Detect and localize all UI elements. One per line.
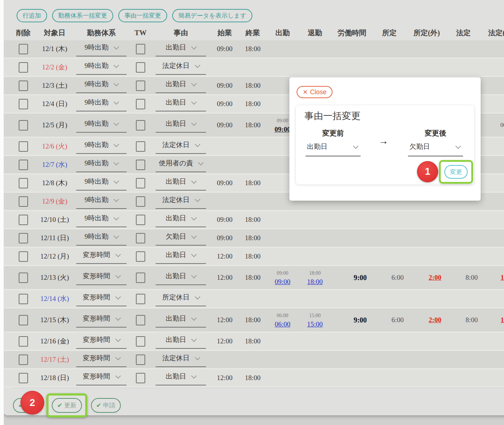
reason-select[interactable]: 法定休日	[156, 194, 206, 209]
reason-select[interactable]: 出勤日	[156, 249, 206, 264]
row-delete-checkbox[interactable]	[19, 294, 28, 304]
add-row-button[interactable]: 行追加	[17, 9, 47, 22]
reason-select[interactable]: 所定休日	[156, 291, 206, 306]
shift-select[interactable]: 9時出勤	[76, 41, 127, 56]
reason-select[interactable]: 出勤日	[156, 312, 206, 328]
reason-select[interactable]: 出勤日	[156, 212, 206, 227]
bulk-reason-change-button[interactable]: 事由一括変更	[118, 9, 167, 22]
clock-in-link[interactable]: 09:00	[275, 278, 290, 286]
tw-checkbox[interactable]	[136, 373, 145, 383]
row-delete-checkbox[interactable]	[19, 215, 28, 225]
row-delete-checkbox[interactable]	[19, 141, 28, 152]
tw-checkbox[interactable]	[136, 141, 145, 152]
row-delete-checkbox[interactable]	[19, 355, 28, 365]
shift-select[interactable]: 9時出勤	[76, 96, 127, 111]
reason-select[interactable]: 出勤日	[156, 370, 206, 385]
row-delete-checkbox[interactable]	[19, 44, 28, 54]
chevron-down-icon	[113, 120, 119, 126]
modal-close-button[interactable]: ✕ Close	[297, 86, 333, 98]
row-delete-checkbox[interactable]	[19, 178, 28, 188]
shift-select[interactable]: 9時出勤	[76, 139, 127, 154]
tw-checkbox[interactable]	[136, 273, 145, 283]
legal-ot-value[interactable]: 1:00	[501, 316, 504, 324]
row-delete-checkbox[interactable]	[19, 81, 28, 91]
row-delete-checkbox[interactable]	[19, 120, 28, 131]
reason-select[interactable]: 出勤日	[156, 270, 206, 285]
legal-ot-value[interactable]: 1:00	[501, 274, 504, 282]
row-delete-checkbox[interactable]	[19, 336, 28, 347]
shift-select[interactable]: 変形時間	[76, 312, 127, 328]
reason-select[interactable]: 出勤日	[156, 41, 206, 56]
before-reason-select[interactable]: 出勤日	[306, 141, 361, 156]
tw-checkbox[interactable]	[136, 160, 145, 170]
reason-select[interactable]: 出勤日	[156, 118, 206, 133]
row-delete-checkbox[interactable]	[19, 273, 28, 283]
tw-checkbox[interactable]	[136, 336, 145, 347]
row-delete-checkbox[interactable]	[19, 251, 28, 262]
row-delete-checkbox[interactable]	[19, 62, 28, 73]
shift-select[interactable]: 9時出勤	[76, 157, 127, 172]
clock-out-link[interactable]: 15:00	[307, 320, 322, 328]
shift-select[interactable]: 変形時間	[76, 370, 127, 385]
after-reason-select[interactable]: 欠勤日	[408, 141, 463, 156]
apply-button[interactable]: ✔ 申請	[91, 398, 121, 413]
tw-checkbox[interactable]	[136, 44, 145, 54]
reason-value: 所定休日	[162, 293, 190, 302]
row-delete-checkbox[interactable]	[19, 373, 28, 383]
tw-checkbox[interactable]	[136, 355, 145, 365]
tw-checkbox[interactable]	[136, 178, 145, 188]
shift-select[interactable]: 9時出勤	[76, 212, 127, 227]
reason-select[interactable]: 使用者の責	[156, 157, 206, 172]
tw-checkbox[interactable]	[136, 196, 145, 207]
tw-checkbox[interactable]	[136, 81, 145, 91]
clock-out-link[interactable]: 18:00	[307, 278, 322, 286]
clock-in-link[interactable]: 06:00	[275, 320, 290, 328]
reason-select[interactable]: 出勤日	[156, 334, 206, 349]
tw-checkbox[interactable]	[136, 215, 145, 225]
tw-checkbox[interactable]	[136, 315, 145, 325]
shift-select[interactable]: 9時出勤	[76, 230, 127, 246]
shift-select[interactable]: 変形時間	[76, 334, 127, 349]
reason-select[interactable]: 出勤日	[156, 175, 206, 191]
row-delete-checkbox[interactable]	[19, 99, 28, 109]
shift-select[interactable]: 9時出勤	[76, 118, 127, 133]
tw-checkbox[interactable]	[136, 251, 145, 262]
column-header-delete: 削除	[4, 28, 35, 38]
shift-select[interactable]: 変形時間	[76, 352, 127, 367]
shift-select[interactable]: 9時出勤	[76, 175, 127, 191]
row-delete-checkbox[interactable]	[19, 196, 28, 207]
update-button[interactable]: ✔ 更新	[52, 398, 82, 413]
scheduled-ot-value[interactable]: 2:00	[429, 274, 441, 282]
clock-out-cell	[297, 369, 330, 387]
shift-select[interactable]: 9時出勤	[76, 78, 127, 93]
row-delete-checkbox[interactable]	[19, 315, 28, 325]
bulk-shift-change-button[interactable]: 勤務体系一括変更	[52, 9, 113, 22]
show-simple-data-button[interactable]: 簡易データを表示します	[172, 9, 252, 22]
tw-checkbox[interactable]	[136, 233, 145, 243]
scheduled-ot-value[interactable]: 2:00	[429, 316, 441, 324]
reason-select[interactable]: 法定休日	[156, 60, 206, 75]
tw-checkbox[interactable]	[136, 120, 145, 131]
shift-select[interactable]: 9時出勤	[76, 194, 127, 209]
table-row: 12/1 (木) 9時出勤 出勤日 09:00 18:00	[4, 40, 504, 59]
reason-select[interactable]: 出勤日	[156, 78, 206, 93]
change-button[interactable]: 変更	[444, 165, 468, 179]
reason-select[interactable]: 法定休日	[156, 139, 206, 154]
shift-select[interactable]: 9時出勤	[76, 60, 127, 75]
row-date: 12/18 (日)	[40, 373, 69, 383]
tw-checkbox[interactable]	[136, 62, 145, 73]
end-time	[240, 193, 265, 210]
tw-checkbox[interactable]	[136, 99, 145, 109]
reason-select[interactable]: 法定休日	[156, 352, 206, 367]
reason-select[interactable]: 出勤日	[156, 96, 206, 111]
chevron-down-icon	[115, 273, 121, 278]
tw-checkbox[interactable]	[136, 294, 145, 304]
legal-ot-value[interactable]: 00:00	[500, 122, 504, 128]
clock-in-link[interactable]: 09:00	[275, 125, 290, 133]
row-delete-checkbox[interactable]	[19, 233, 28, 243]
row-delete-checkbox[interactable]	[19, 160, 28, 170]
shift-select[interactable]: 変形時間	[76, 270, 127, 285]
shift-select[interactable]: 変形時間	[76, 249, 127, 264]
reason-select[interactable]: 欠勤日	[156, 230, 206, 246]
shift-select[interactable]: 変形時間	[76, 291, 127, 306]
